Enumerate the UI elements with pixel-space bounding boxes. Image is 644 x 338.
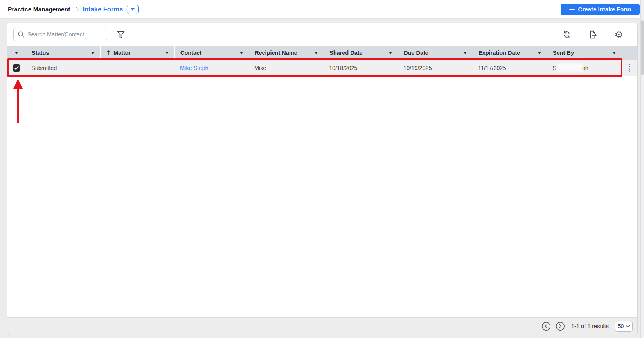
cell-actions	[622, 60, 637, 76]
column-label: Status	[32, 50, 49, 56]
kebab-dot	[629, 66, 630, 67]
breadcrumb: Practice Management Intake Forms	[8, 5, 139, 14]
contact-link[interactable]: Mike Steph	[180, 65, 209, 71]
filter-button[interactable]	[116, 30, 126, 39]
column-label: Expiration Date	[479, 50, 520, 56]
column-label: Shared Date	[329, 50, 363, 56]
select-all-dropdown[interactable]	[7, 46, 26, 60]
kebab-dot	[629, 68, 630, 70]
row-checkbox-checked[interactable]	[13, 64, 20, 72]
column-header-sent-by[interactable]: Sent By	[547, 46, 622, 60]
column-header-matter[interactable]: Matter	[100, 46, 174, 60]
column-label: Sent By	[553, 50, 574, 56]
cell-recipient-name: Mike	[249, 60, 324, 76]
previous-page-button[interactable]	[541, 322, 551, 331]
plus-icon	[569, 7, 575, 12]
cell-contact: Mike Steph	[174, 60, 249, 76]
search-input[interactable]	[27, 31, 103, 38]
column-label: Contact	[180, 50, 201, 56]
breadcrumb-separator-icon	[74, 7, 79, 11]
settings-button[interactable]: ⚙	[614, 29, 624, 40]
cell-expiration-date: 11/17/2025	[473, 60, 547, 76]
export-button[interactable]	[588, 29, 598, 40]
refresh-button[interactable]	[561, 29, 572, 39]
chevron-down-icon	[240, 52, 243, 54]
chevron-left-circle-icon	[541, 322, 551, 331]
search-icon	[18, 31, 25, 38]
scrollbar-thumb[interactable]	[641, 20, 644, 75]
export-icon	[588, 30, 597, 39]
results-count: 1-1 of 1 results	[571, 323, 609, 329]
chevron-down-icon	[165, 52, 169, 54]
breadcrumb-current[interactable]: Intake Forms	[83, 5, 123, 13]
refresh-icon	[562, 30, 571, 39]
cell-due-date: 10/19/2025	[398, 60, 473, 76]
column-header-due-date[interactable]: Due Date	[398, 46, 473, 60]
chevron-down-icon	[91, 52, 94, 54]
chevron-down-icon	[613, 52, 616, 54]
table-header-row: Status Matter Contact Recipient Name Sha…	[7, 46, 637, 60]
column-label: Recipient Name	[255, 50, 297, 56]
column-label: Matter	[113, 50, 131, 56]
chevron-down-icon	[464, 52, 467, 54]
row-select-cell	[7, 60, 26, 76]
row-menu-button[interactable]	[627, 63, 633, 73]
chevron-down-icon	[315, 52, 318, 54]
panel-toolbar: ⚙	[7, 23, 637, 46]
redacted-text	[557, 65, 582, 71]
breadcrumb-parent[interactable]: Practice Management	[8, 6, 70, 13]
cell-status: Submitted	[26, 60, 100, 76]
cell-matter	[100, 60, 174, 76]
toolbar-actions: ⚙	[561, 29, 624, 40]
chevron-down-icon	[389, 52, 392, 54]
sent-by-prefix: S	[552, 65, 556, 71]
filter-icon	[117, 30, 125, 39]
column-header-contact[interactable]: Contact	[174, 46, 249, 60]
chevron-down-icon	[15, 52, 18, 54]
check-icon	[14, 66, 19, 70]
gear-icon: ⚙	[615, 30, 623, 39]
page-size-select[interactable]: 50	[615, 321, 633, 332]
table-empty-area	[7, 76, 637, 317]
search-box	[13, 28, 107, 41]
kebab-dot	[629, 70, 630, 72]
chevron-down-icon	[626, 325, 630, 328]
column-label: Due Date	[404, 50, 428, 56]
intake-forms-panel: ⚙ Status Matter Contact Recipient Na	[7, 23, 638, 335]
page-size-value: 50	[618, 323, 624, 329]
table-row[interactable]: Submitted Mike Steph Mike 10/18/2025 10/…	[7, 60, 637, 76]
column-header-actions	[622, 46, 637, 60]
sent-by-suffix: ah	[582, 65, 588, 71]
column-header-recipient-name[interactable]: Recipient Name	[249, 46, 324, 60]
column-header-expiration-date[interactable]: Expiration Date	[473, 46, 547, 60]
cell-sent-by: Sah	[547, 60, 622, 76]
breadcrumb-dropdown-button[interactable]	[127, 5, 139, 14]
column-header-status[interactable]: Status	[26, 46, 100, 60]
create-intake-form-button[interactable]: Create Intake Form	[561, 4, 640, 15]
cell-shared-date: 10/18/2025	[324, 60, 398, 76]
pagination-footer: 1-1 of 1 results 50	[7, 317, 637, 335]
chevron-down-icon	[538, 52, 541, 54]
scrollbar[interactable]	[640, 0, 644, 338]
sort-ascending-icon	[106, 50, 111, 55]
column-header-shared-date[interactable]: Shared Date	[324, 46, 398, 60]
top-bar: Practice Management Intake Forms Create …	[0, 0, 644, 19]
chevron-right-circle-icon	[556, 322, 565, 331]
chevron-down-icon	[131, 8, 135, 11]
kebab-dot	[629, 64, 630, 65]
next-page-button[interactable]	[556, 322, 565, 331]
create-intake-form-label: Create Intake Form	[578, 6, 631, 13]
